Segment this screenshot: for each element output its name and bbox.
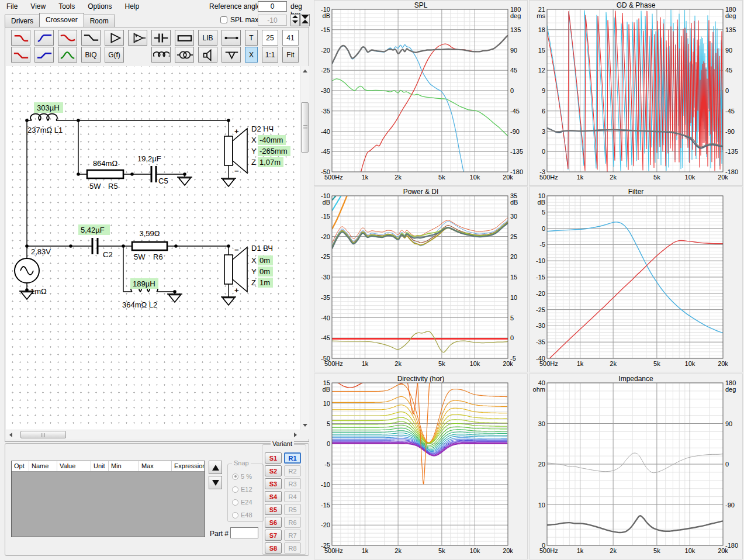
svg-text:3: 3 (542, 128, 545, 135)
variant-button-s2[interactable]: S2 (265, 465, 282, 476)
move-down-button[interactable] (209, 476, 222, 489)
inductor-l2[interactable]: 189µH 364mΩ L2 (122, 278, 158, 309)
component-parameter-table[interactable]: OptNameValueUnitMinMaxExpression (11, 461, 205, 537)
svg-text:-35: -35 (321, 108, 330, 115)
part-number-input[interactable] (230, 527, 258, 538)
move-up-button[interactable] (209, 461, 222, 474)
svg-text:9: 9 (542, 87, 545, 94)
schematic-canvas[interactable]: 303µH 237mΩ L1 864mΩ 5W R5 19,2µF C5 (6, 66, 300, 430)
svg-text:30: 30 (510, 213, 517, 220)
variant-button-r1[interactable]: R1 (284, 452, 301, 464)
toolbar-button-ground[interactable] (222, 47, 241, 63)
scroll-up-icon[interactable] (300, 66, 310, 75)
svg-text:10: 10 (323, 400, 330, 407)
toolbar-button-fit[interactable]: Fit (282, 47, 299, 63)
resistor-r6[interactable]: 3,59Ω 5W R6 (132, 229, 167, 261)
horizontal-scroll-thumb[interactable] (20, 431, 66, 438)
toolbar-button-highshelf-blue[interactable] (34, 47, 54, 63)
variant-button-s4[interactable]: S4 (265, 491, 282, 502)
highpass-blue-icon (36, 32, 53, 44)
schematic-horizontal-scrollbar[interactable] (6, 430, 300, 439)
variant-button-s1[interactable]: S1 (265, 452, 282, 464)
svg-text:0: 0 (510, 334, 514, 341)
menu-tools[interactable]: Tools (52, 0, 81, 12)
snap-group-label: Snap (232, 459, 251, 466)
tab-room[interactable]: Room (84, 15, 115, 27)
toolbar-button-t[interactable]: T (245, 30, 258, 46)
toolbar-button-lowshelf-red[interactable] (11, 47, 30, 63)
svg-text:18: 18 (538, 26, 545, 33)
driver-d1[interactable]: − + D1 ВЧ X 0m Y 0m Z 1m (224, 244, 273, 295)
toolbar-button-buffer-triangle[interactable] (105, 30, 124, 46)
variant-button-s7[interactable]: S7 (265, 530, 282, 541)
svg-text:30: 30 (538, 420, 545, 427)
svg-text:-30: -30 (536, 322, 545, 329)
svg-text:-30: -30 (321, 274, 330, 281)
toolbar-button-11[interactable]: 1:1 (262, 47, 278, 63)
svg-text:-20: -20 (321, 47, 330, 54)
toolbar-value-input-25[interactable] (262, 30, 278, 46)
capacitor-c2[interactable]: 5,42µF C2 (78, 224, 113, 259)
toolbar-button-opamp[interactable] (128, 30, 147, 46)
inductor-l1[interactable]: 303µH 237mΩ L1 (27, 102, 63, 134)
svg-text:90: 90 (725, 47, 732, 54)
menu-view[interactable]: View (24, 0, 52, 12)
toolbar-button-speaker[interactable] (198, 47, 217, 63)
svg-text:303µH: 303µH (37, 103, 60, 112)
variant-button-s8[interactable]: S8 (265, 542, 282, 554)
vertical-scroll-thumb[interactable] (301, 102, 309, 153)
menu-help[interactable]: Help (119, 0, 146, 12)
svg-text:189µH: 189µH (133, 279, 155, 288)
resistor-r5[interactable]: 864mΩ 5W R5 (87, 159, 123, 191)
toolbar-button-highpass-blue[interactable] (34, 30, 54, 46)
toolbar-button-resistor[interactable] (175, 30, 194, 46)
chart-directivity: Directivity (hor)151050-5-10-15-20-25dB5… (314, 374, 528, 559)
schematic-vertical-scrollbar[interactable] (300, 66, 309, 430)
axis-collapse-button[interactable] (300, 14, 310, 26)
tab-crossover[interactable]: Crossover (39, 13, 84, 26)
toolbar-button-bandpass-red[interactable] (58, 30, 77, 46)
reference-angle-input[interactable] (258, 1, 287, 12)
svg-text:500Hz: 500Hz (539, 547, 558, 554)
menu-file[interactable]: File (0, 0, 24, 12)
toolbar-button-wire-node[interactable] (222, 30, 241, 46)
scroll-left-icon[interactable] (6, 430, 15, 440)
toolbar-button-biq[interactable]: BiQ (81, 47, 101, 63)
svg-text:-135: -135 (510, 148, 523, 155)
svg-text:5k: 5k (438, 547, 445, 554)
toolbar-button-x[interactable]: X (245, 47, 258, 63)
spl-max-spinner-button[interactable] (290, 14, 300, 26)
toolbar-value-input-41[interactable] (282, 30, 299, 46)
driver-d2[interactable]: + − D2 НЧ X -40mm Y -265mm Z 1,07m (224, 125, 290, 175)
variant-button-s3[interactable]: S3 (265, 478, 282, 489)
toolbar-button-peak-green[interactable] (58, 47, 77, 63)
toolbar-button-capacitor[interactable] (151, 30, 171, 46)
toolbar-button-gf[interactable]: G(f) (105, 47, 124, 63)
ground-symbols (19, 177, 236, 305)
toolbar-button-lowpass-red[interactable] (11, 30, 30, 46)
variant-button-s6[interactable]: S6 (265, 517, 282, 528)
menu-options[interactable]: Options (81, 0, 118, 12)
svg-text:90: 90 (725, 420, 732, 427)
menu-bar: FileViewToolsOptionsHelp Reference angle… (0, 0, 312, 13)
svg-text:-25: -25 (321, 253, 330, 260)
svg-text:0: 0 (327, 440, 330, 447)
toolbar-button-shelf-black[interactable] (81, 30, 101, 46)
capacitor-c5[interactable]: 19,2µF C5 (137, 154, 168, 185)
variant-button-s5[interactable]: S5 (265, 504, 282, 515)
svg-text:dB: dB (323, 199, 330, 206)
opamp-icon (130, 32, 146, 44)
shelf-black-icon (83, 32, 99, 44)
toolbar-button-lib[interactable]: LIB (198, 30, 217, 46)
scroll-right-icon[interactable] (290, 430, 300, 440)
toolbar-button-inductor[interactable] (151, 47, 171, 63)
scroll-down-icon[interactable] (300, 420, 310, 430)
spl-max-checkbox[interactable] (220, 16, 227, 23)
svg-text:500Hz: 500Hz (324, 174, 343, 181)
snap-radio-E12: E12 (232, 485, 252, 493)
signal-source[interactable]: 2,83V 1mΩ (15, 247, 51, 296)
svg-text:0: 0 (725, 87, 729, 94)
toolbar-button-transformer[interactable] (175, 47, 194, 63)
tab-drivers[interactable]: Drivers (5, 15, 40, 27)
svg-text:1k: 1k (362, 547, 369, 554)
